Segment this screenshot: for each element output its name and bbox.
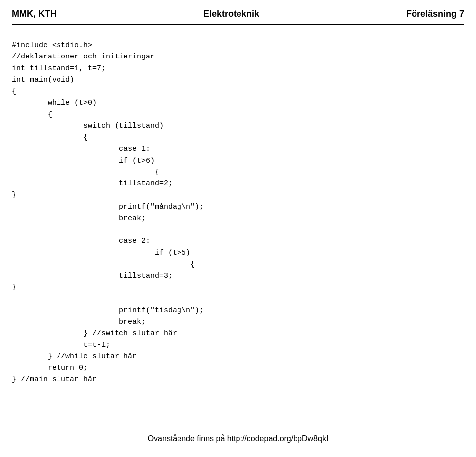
code-content: #include <stdio.h> //deklarationer och i… [0,35,476,396]
page-header: MMK, KTH Elektroteknik Föreläsning 7 [0,0,476,24]
header-institution: MMK, KTH [12,9,57,19]
header-divider [12,24,464,25]
header-subject: Elektroteknik [203,9,259,19]
header-lecture: Föreläsning 7 [406,9,464,19]
footer: Ovanstående finns på http://codepad.org/… [12,427,464,443]
code-text: #include <stdio.h> //deklarationer och i… [12,41,204,384]
footer-link[interactable]: http://codepad.org/bpDw8qkI [227,434,329,443]
footer-text: Ovanstående finns på [148,434,227,443]
